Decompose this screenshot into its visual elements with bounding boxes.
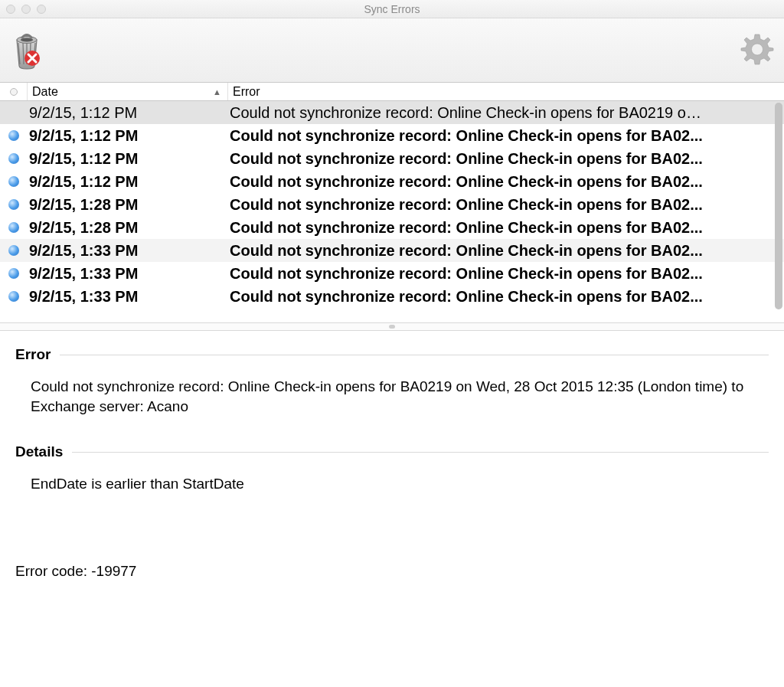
table-row[interactable]: 9/2/15, 1:12 PMCould not synchronize rec… [0, 170, 784, 193]
error-section-label: Error [15, 346, 51, 363]
unread-dot-icon [8, 176, 19, 187]
date-cell: 9/2/15, 1:12 PM [28, 150, 228, 168]
status-cell [0, 268, 28, 279]
svg-point-3 [752, 44, 763, 55]
divider [72, 452, 769, 453]
error-code-label: Error code: [15, 563, 87, 579]
error-cell: Could not synchronize record: Online Che… [228, 265, 784, 283]
error-table: 9/2/15, 1:12 PMCould not synchronize rec… [0, 101, 784, 323]
error-cell: Could not synchronize record: Online Che… [228, 242, 784, 260]
error-cell: Could not synchronize record: Online Che… [228, 104, 784, 122]
status-cell [0, 222, 28, 233]
drag-handle-icon [389, 325, 395, 329]
error-cell: Could not synchronize record: Online Che… [228, 196, 784, 214]
divider [60, 355, 769, 355]
titlebar: Sync Errors [0, 0, 784, 18]
error-cell: Could not synchronize record: Online Che… [228, 173, 784, 191]
column-header-date[interactable]: Date ▲ [28, 83, 228, 100]
unread-dot-icon [8, 222, 19, 233]
error-cell: Could not synchronize record: Online Che… [228, 150, 784, 168]
table-row[interactable]: 9/2/15, 1:12 PMCould not synchronize rec… [0, 147, 784, 170]
status-cell [0, 245, 28, 256]
date-cell: 9/2/15, 1:28 PM [28, 196, 228, 214]
status-cell [0, 107, 28, 118]
column-header-date-label: Date [32, 85, 58, 99]
table-row[interactable]: 9/2/15, 1:12 PMCould not synchronize rec… [0, 101, 784, 124]
toolbar [0, 18, 784, 83]
table-row[interactable]: 9/2/15, 1:28 PMCould not synchronize rec… [0, 193, 784, 216]
date-cell: 9/2/15, 1:28 PM [28, 219, 228, 237]
status-cell [0, 199, 28, 210]
status-cell [0, 130, 28, 141]
status-cell [0, 153, 28, 164]
table-row[interactable]: 9/2/15, 1:12 PMCould not synchronize rec… [0, 124, 784, 147]
date-cell: 9/2/15, 1:12 PM [28, 173, 228, 191]
table-row[interactable]: 9/2/15, 1:28 PMCould not synchronize rec… [0, 216, 784, 239]
unread-dot-icon [8, 199, 19, 210]
column-header: Date ▲ Error [0, 83, 784, 101]
error-code: Error code: -19977 [15, 563, 769, 580]
unread-dot-icon [8, 268, 19, 279]
unread-dot-icon [8, 130, 19, 141]
date-cell: 9/2/15, 1:33 PM [28, 265, 228, 283]
sort-ascending-icon: ▲ [213, 87, 221, 97]
status-dot-icon [10, 88, 18, 96]
detail-pane: Error Could not synchronize record: Onli… [0, 331, 784, 687]
error-cell: Could not synchronize record: Online Che… [228, 219, 784, 237]
table-row[interactable]: 9/2/15, 1:33 PMCould not synchronize rec… [0, 285, 784, 308]
error-cell: Could not synchronize record: Online Che… [228, 127, 784, 145]
date-cell: 9/2/15, 1:12 PM [28, 104, 228, 122]
column-header-error-label: Error [233, 85, 260, 98]
status-cell [0, 176, 28, 187]
column-header-error[interactable]: Error [228, 85, 784, 99]
error-code-value: -19977 [91, 563, 136, 579]
table-row[interactable]: 9/2/15, 1:33 PMCould not synchronize rec… [0, 262, 784, 285]
details-section: Details EndDate is earlier than StartDat… [15, 443, 769, 494]
delete-trash-icon[interactable] [9, 28, 44, 73]
details-text: EndDate is earlier than StartDate [15, 474, 769, 494]
table-row[interactable]: 9/2/15, 1:33 PMCould not synchronize rec… [0, 239, 784, 262]
window-title: Sync Errors [0, 3, 784, 15]
unread-dot-icon [8, 291, 19, 302]
date-cell: 9/2/15, 1:33 PM [28, 288, 228, 306]
settings-gear-icon[interactable] [740, 31, 775, 69]
date-cell: 9/2/15, 1:33 PM [28, 242, 228, 260]
error-section: Error Could not synchronize record: Onli… [15, 346, 769, 416]
date-cell: 9/2/15, 1:12 PM [28, 127, 228, 145]
error-cell: Could not synchronize record: Online Che… [228, 288, 784, 306]
unread-dot-icon [8, 245, 19, 256]
unread-dot-icon [8, 153, 19, 164]
error-text: Could not synchronize record: Online Che… [15, 377, 769, 416]
vertical-scrollbar[interactable] [775, 103, 782, 309]
pane-resize-handle[interactable] [0, 323, 784, 331]
column-header-status[interactable] [0, 83, 28, 100]
status-cell [0, 291, 28, 302]
details-section-label: Details [15, 443, 63, 460]
